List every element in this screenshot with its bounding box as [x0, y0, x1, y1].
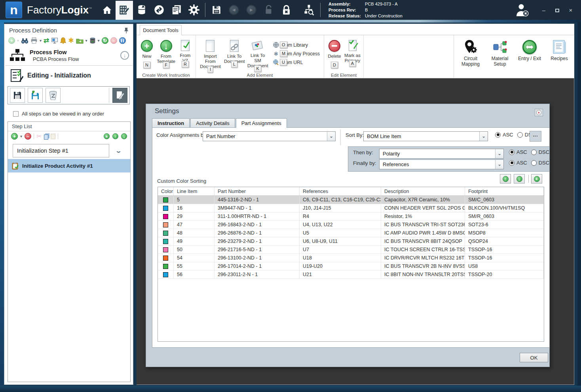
- color-swatch[interactable]: [163, 247, 168, 252]
- pause-button[interactable]: [119, 37, 126, 44]
- table-row[interactable]: 54 296-13100-2-ND - 1 U18 IC DRVR/RCVR M…: [158, 254, 544, 262]
- step-collapse-chevron-icon[interactable]: ⌄: [115, 148, 122, 154]
- sort-by-select[interactable]: BOM Line Item ⌄: [363, 131, 488, 141]
- settings-button[interactable]: [185, 0, 203, 20]
- presentation-icon[interactable]: [51, 37, 58, 44]
- col-color[interactable]: Color: [158, 187, 174, 195]
- archive-dropdown-caret-icon[interactable]: ▾: [98, 39, 100, 43]
- table-row[interactable]: 56 296-23011-2-N - 1 U21 IC 8BIT NON-INV…: [158, 271, 544, 279]
- any-order-checkbox[interactable]: [13, 111, 19, 117]
- more-sort-options-button[interactable]: ...: [530, 131, 541, 142]
- col-description[interactable]: Description: [381, 187, 465, 195]
- save-button[interactable]: [208, 0, 225, 20]
- col-references[interactable]: References: [300, 187, 381, 195]
- step-name-field[interactable]: Initialization Step #1: [13, 144, 109, 157]
- new-button[interactable]: + New N: [138, 39, 156, 59]
- dialog-close-button[interactable]: ×: [535, 109, 543, 116]
- copy-icon[interactable]: [44, 134, 48, 140]
- color-assignments-select[interactable]: Part Number ⌄: [203, 131, 336, 141]
- table-row[interactable]: 55 296-17014-2-ND - 1 U19-U20 IC BUS TRA…: [158, 262, 544, 271]
- bell-icon[interactable]: [60, 37, 66, 44]
- color-swatch[interactable]: [163, 206, 168, 211]
- table-row[interactable]: 16 3M9447-ND - 1 J10, J14-J15 CONN HEADE…: [158, 204, 544, 212]
- move-color-down-button[interactable]: ↓: [514, 174, 525, 184]
- find-icon[interactable]: [21, 38, 28, 44]
- circuit-mapping-button[interactable]: Circuit Mapping: [459, 38, 482, 78]
- finally-asc-radio[interactable]: [509, 160, 515, 166]
- process-search-button[interactable]: [300, 0, 318, 20]
- from-any-process-button[interactable]: ✱ From Any Process M: [273, 50, 320, 57]
- documents-button[interactable]: [168, 0, 185, 20]
- color-swatch[interactable]: [163, 264, 168, 269]
- process-editor-button[interactable]: [116, 1, 133, 20]
- home-button[interactable]: [98, 0, 116, 20]
- from-v7-button[interactable]: From V7 R: [177, 39, 194, 63]
- combo-dropdown-icon[interactable]: ⌄: [327, 132, 335, 141]
- minimize-button[interactable]: –: [539, 7, 549, 13]
- combo-dropdown-icon[interactable]: ⌄: [495, 160, 503, 169]
- recipes-button[interactable]: Recipes: [548, 38, 570, 78]
- table-row[interactable]: 50 296-21716-5-ND - 1 U7 IC TOUCH SCREEN…: [158, 246, 544, 254]
- gold-gear-icon[interactable]: ✱: [68, 37, 74, 44]
- color-swatch[interactable]: [163, 197, 168, 203]
- sort-asc-radio[interactable]: [495, 132, 501, 138]
- export-dropdown-caret-icon[interactable]: ▾: [85, 39, 87, 43]
- cut-icon[interactable]: ✂: [36, 133, 42, 140]
- table-row[interactable]: 5 445-1316-2-ND - 1 C6, C9-C11, C13, C16…: [158, 196, 544, 204]
- paste-icon[interactable]: [51, 134, 55, 139]
- save-as-button[interactable]: [28, 88, 43, 103]
- edit-mode-button[interactable]: [112, 88, 127, 103]
- add-step-button[interactable]: +: [11, 133, 18, 140]
- back-button[interactable]: ◄: [225, 0, 243, 20]
- then-asc-radio[interactable]: [509, 150, 515, 155]
- lock-x-button[interactable]: [277, 0, 295, 20]
- combo-dropdown-icon[interactable]: ⌄: [495, 149, 503, 158]
- color-swatch[interactable]: [163, 256, 168, 261]
- delete-step-button[interactable]: [46, 88, 61, 103]
- sync-button[interactable]: [150, 0, 168, 20]
- move-color-up-button[interactable]: ↑: [500, 174, 511, 184]
- color-swatch[interactable]: [163, 214, 168, 219]
- link-to-document-button[interactable]: Link To Document L: [223, 39, 246, 64]
- entry-exit-button[interactable]: Entry / Exit: [518, 38, 541, 78]
- color-swatch[interactable]: [163, 231, 168, 236]
- export-folder-icon[interactable]: [76, 38, 84, 44]
- table-row[interactable]: 48 296-26876-2-ND - 1 U5 IC AMP AUDIO PW…: [158, 229, 544, 237]
- tab-instruction[interactable]: Instruction: [152, 118, 190, 127]
- unlock-button[interactable]: [260, 0, 277, 20]
- sort-dsc-radio[interactable]: [517, 132, 523, 138]
- archive-icon[interactable]: [89, 37, 96, 44]
- finally-by-select[interactable]: References ⌄: [379, 159, 504, 169]
- print-dropdown-caret-icon[interactable]: ▾: [40, 39, 42, 43]
- table-row[interactable]: 29 311-1.00HRTR-ND - 1 R4 Resistor, 1% S…: [158, 212, 544, 221]
- remove-step-button[interactable]: –: [25, 133, 31, 140]
- add-process-button[interactable]: +: [8, 37, 15, 44]
- maximize-button[interactable]: [553, 7, 562, 13]
- col-line-item[interactable]: Line Item: [174, 187, 215, 195]
- pin-button[interactable]: [123, 27, 129, 34]
- move-step-up-button[interactable]: ↑: [112, 133, 118, 139]
- table-row[interactable]: 49 296-23279-2-ND - 1 U6, U8-U9, U11 IC …: [158, 237, 544, 246]
- combo-dropdown-icon[interactable]: ⌄: [479, 132, 488, 141]
- save-step-button[interactable]: [10, 88, 25, 103]
- logout-user-button[interactable]: [515, 3, 530, 17]
- color-swatch[interactable]: [163, 239, 168, 244]
- link-to-sm-document-button[interactable]: Link To SM Document K: [245, 39, 270, 68]
- color-swatch[interactable]: [163, 272, 168, 277]
- mark-as-primary-button[interactable]: Mark as Primary A: [343, 39, 362, 63]
- tab-part-assignments[interactable]: Part Assignments: [236, 118, 287, 128]
- finally-dsc-radio[interactable]: [531, 160, 537, 166]
- material-setup-button[interactable]: Material Setup: [489, 38, 511, 78]
- tab-document-tools[interactable]: Document Tools: [140, 25, 182, 35]
- add-special-step-button[interactable]: +: [104, 133, 110, 139]
- activity-row-selected[interactable]: Initialize Product Activity #1: [8, 159, 130, 172]
- add-color-button[interactable]: +: [531, 174, 542, 184]
- reassign-icon[interactable]: ⇄: [44, 37, 49, 44]
- forward-button[interactable]: ►: [243, 0, 260, 20]
- from-url-button[interactable]: From URL U: [273, 59, 320, 66]
- materials-button[interactable]: [133, 0, 150, 20]
- process-flow-row[interactable]: Process Flow PCBA Process Flow ↓: [4, 46, 133, 65]
- color-swatch[interactable]: [163, 222, 168, 227]
- then-by-select[interactable]: Polarity ⌄: [379, 149, 504, 159]
- add-dropdown-caret-icon[interactable]: ▾: [17, 39, 19, 43]
